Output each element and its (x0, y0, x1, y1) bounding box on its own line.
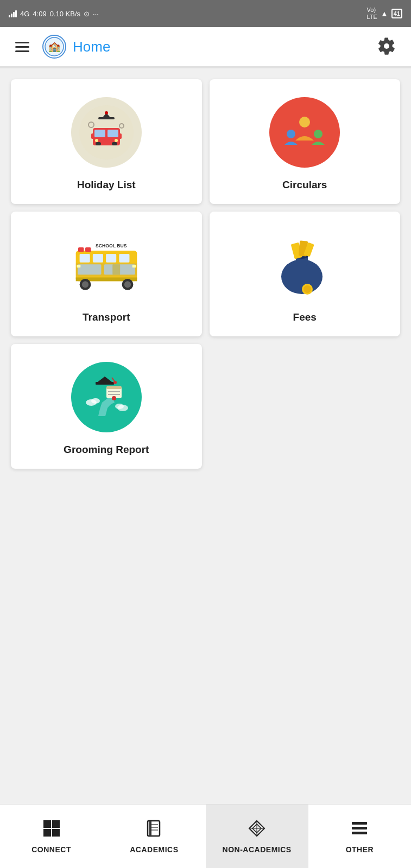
school-logo-icon: 🏫 (42, 35, 66, 59)
transport-label: Transport (83, 311, 130, 323)
circulars-card[interactable]: Circulars (210, 79, 401, 204)
transport-card[interactable]: SCHOOL BUS (11, 212, 202, 336)
chrome-icon: ⊙ (84, 10, 90, 18)
grooming-report-label: Grooming Report (64, 444, 149, 456)
windows-icon (42, 819, 61, 842)
main-content: Holiday List (0, 68, 411, 804)
status-left: 4G 4:09 0.10 KB/s ⊙ ··· (9, 10, 99, 18)
hamburger-menu-button[interactable] (11, 37, 34, 56)
svg-rect-36 (77, 265, 80, 267)
signal-indicator (9, 10, 17, 17)
svg-text:SCHOOL BUS: SCHOOL BUS (96, 243, 127, 248)
svg-rect-7 (112, 142, 117, 145)
bottom-navigation: CONNECT ACADEMICS NON-ACADEMICS (0, 804, 411, 868)
svg-point-35 (124, 281, 131, 288)
svg-point-51 (112, 396, 116, 400)
svg-rect-9 (119, 133, 122, 139)
academics-label: ACADEMICS (130, 845, 178, 854)
other-label: OTHER (346, 845, 374, 854)
holiday-icon-area (68, 94, 144, 170)
transport-icon: SCHOOL BUS (71, 235, 142, 295)
transport-icon-area: SCHOOL BUS (68, 227, 144, 303)
svg-rect-62 (43, 829, 51, 837)
svg-rect-63 (52, 829, 60, 837)
circulars-icon-area (267, 94, 343, 170)
fees-icon-area (267, 227, 343, 303)
holiday-illustration (79, 105, 134, 159)
header-logo-area: 🏫 Home (42, 35, 373, 59)
nav-connect[interactable]: CONNECT (0, 805, 103, 868)
svg-rect-48 (106, 386, 122, 389)
settings-button[interactable] (373, 33, 400, 61)
svg-rect-75 (352, 832, 367, 834)
nav-non-academics[interactable]: NON-ACADEMICS (206, 805, 308, 868)
holiday-icon (71, 97, 142, 168)
svg-point-46 (303, 285, 311, 293)
svg-point-17 (299, 117, 310, 127)
fees-label: Fees (293, 311, 317, 323)
svg-rect-65 (149, 821, 151, 836)
wifi-icon: ▲ (381, 9, 388, 18)
svg-point-11 (115, 139, 118, 142)
grooming-illustration (79, 370, 134, 424)
fees-card[interactable]: Fees (210, 212, 401, 336)
diamond-icon (248, 819, 266, 842)
svg-rect-38 (112, 264, 120, 275)
hamburger-line-2 (15, 46, 29, 48)
book-icon (145, 819, 163, 842)
svg-rect-25 (93, 254, 103, 263)
circulars-icon (269, 97, 340, 168)
svg-text:🏫: 🏫 (48, 41, 61, 53)
svg-marker-53 (98, 376, 112, 382)
nav-other[interactable]: OTHER (308, 805, 411, 868)
svg-point-57 (91, 398, 100, 404)
svg-point-55 (113, 381, 117, 384)
hamburger-line-3 (15, 50, 29, 52)
nav-academics[interactable]: ACADEMICS (103, 805, 205, 868)
svg-point-14 (105, 111, 108, 114)
svg-point-19 (314, 130, 323, 138)
fees-icon (272, 235, 337, 295)
svg-rect-29 (78, 264, 101, 275)
svg-rect-6 (96, 142, 101, 145)
svg-rect-73 (352, 822, 367, 825)
svg-rect-74 (352, 827, 367, 829)
svg-rect-5 (108, 130, 118, 137)
svg-rect-60 (43, 820, 51, 828)
svg-point-59 (115, 404, 124, 409)
more-icon: ··· (93, 10, 99, 18)
svg-point-33 (82, 281, 88, 288)
grooming-icon (71, 362, 142, 432)
logo-svg: 🏫 (45, 37, 64, 56)
page-title: Home (73, 39, 110, 55)
battery-indicator: 41 (391, 9, 402, 18)
non-academics-label: NON-ACADEMICS (223, 845, 292, 854)
app-header: 🏫 Home (0, 27, 411, 66)
holiday-list-card[interactable]: Holiday List (11, 79, 202, 204)
hamburger-line-1 (15, 42, 29, 43)
circulars-illustration (280, 108, 329, 157)
svg-rect-37 (132, 265, 136, 267)
svg-rect-61 (52, 820, 60, 828)
signal-type: 4G (20, 10, 29, 18)
status-right: Vo)LTE ▲ 41 (367, 7, 402, 21)
svg-rect-8 (91, 133, 94, 139)
svg-point-18 (287, 130, 295, 138)
fees-illustration (272, 232, 337, 297)
connect-label: CONNECT (31, 845, 71, 854)
grooming-report-card[interactable]: Grooming Report (11, 344, 202, 469)
svg-rect-26 (106, 254, 116, 263)
holiday-list-label: Holiday List (77, 179, 136, 191)
list-icon (350, 819, 369, 842)
gear-icon (377, 37, 396, 55)
lte-indicator: Vo)LTE (367, 7, 377, 21)
time-display: 4:09 (33, 10, 46, 18)
circulars-label: Circulars (282, 179, 327, 191)
bus-illustration: SCHOOL BUS (71, 235, 142, 295)
svg-rect-21 (78, 247, 84, 252)
speed-display: 0.10 KB/s (50, 10, 80, 18)
status-bar: 4G 4:09 0.10 KB/s ⊙ ··· Vo)LTE ▲ 41 (0, 0, 411, 27)
svg-rect-4 (94, 130, 105, 137)
svg-point-10 (95, 139, 98, 142)
svg-rect-22 (85, 247, 91, 252)
